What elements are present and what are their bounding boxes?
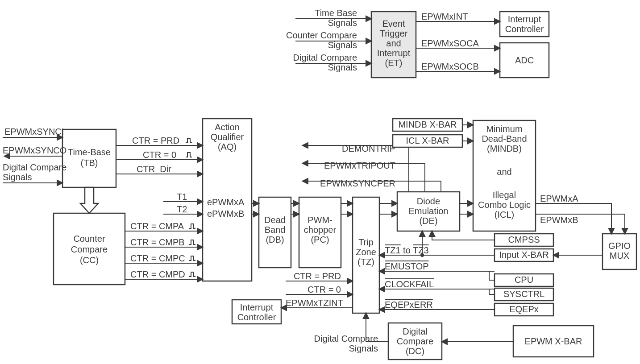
pulse-icon xyxy=(189,256,195,261)
aq-port-a: ePWMxA xyxy=(207,197,245,207)
lbl-epwmxbar: EPWM X-BAR xyxy=(525,336,582,346)
dc-1: Digital xyxy=(403,327,428,336)
mi-3: (MINDB) xyxy=(487,144,522,153)
mi-8: Combo Logic xyxy=(478,200,531,210)
lbl-emustop: EMUSTOP xyxy=(385,261,429,271)
tz-1: Trip xyxy=(358,237,374,247)
lbl-t2: T2 xyxy=(177,204,187,214)
et-line5: (ET) xyxy=(385,58,403,68)
lbl-ctrdir: CTR_Dir xyxy=(137,164,171,174)
aq-port-b: ePWMxB xyxy=(207,209,244,219)
lbl-epwmxsoca: EPWMxSOCA xyxy=(421,38,479,48)
top-in-1a: Time Base xyxy=(315,8,357,18)
pulse-icon xyxy=(189,224,195,228)
lbl-cmpa: CTR = CMPA xyxy=(130,221,184,231)
lbl-cmpss: CMPSS xyxy=(508,235,540,244)
adc-label: ADC xyxy=(515,55,534,65)
lbl-cmpd: CTR = CMPD xyxy=(130,269,185,279)
lbl-syncper: EPWMxSYNCPER xyxy=(320,178,395,188)
intctrl-top-2: Controller xyxy=(505,24,544,34)
mi-1: Minimum xyxy=(486,124,522,134)
pulse-icon xyxy=(189,272,195,277)
lbl-cpu: CPU xyxy=(515,275,533,285)
lbl-cmpc: CTR = CMPC xyxy=(130,253,185,263)
tb-1: Time-Base xyxy=(68,147,111,157)
pulse-icon xyxy=(189,240,195,244)
pc-2: chopper xyxy=(304,225,337,235)
lbl-tzint: EPWMxTZINT xyxy=(286,298,343,308)
intctrl-b-2: Controller xyxy=(237,312,276,322)
aq-3: (AQ) xyxy=(218,142,237,152)
intctrl-top-1: Interrupt xyxy=(508,14,541,24)
lbl-sysctrl: SYSCTRL xyxy=(503,289,544,299)
tz-3: (TZ) xyxy=(357,257,374,267)
db-1: Dead xyxy=(264,215,286,225)
lbl-tz-ctr0: CTR = 0 xyxy=(308,285,341,294)
gpio-1: GPIO xyxy=(608,241,631,251)
cc-1: Counter xyxy=(73,234,105,244)
lbl-dcsig-1: Digital Compare xyxy=(314,334,378,343)
lbl-tz1tz3: TZ1 to TZ3 xyxy=(385,245,429,255)
mi-9: (ICL) xyxy=(495,210,514,219)
db-2: Band xyxy=(265,225,286,235)
et-line4: Interrupt xyxy=(377,48,411,58)
top-in-1b: Signals xyxy=(328,18,357,28)
et-line3: and xyxy=(386,38,401,48)
pulse-icon xyxy=(186,153,192,157)
pc-3: (PC) xyxy=(311,235,329,244)
lbl-epwmxb: EPWMxB xyxy=(540,215,578,225)
de-1: Diode xyxy=(417,196,440,206)
pc-1: PWM- xyxy=(308,215,332,225)
lbl-clockfail: CLOCKFAIL xyxy=(385,279,434,289)
lbl-synco: EPWMxSYNCO xyxy=(3,145,66,155)
cc-2: Compare xyxy=(71,244,108,254)
gpio-2: MUX xyxy=(610,251,629,261)
mi-5: and xyxy=(497,167,511,177)
lbl-cmpb: CTR = CMPB xyxy=(130,237,185,247)
lbl-ctrprd: CTR = PRD xyxy=(132,136,179,145)
lbl-epwmxsocb: EPWMxSOCB xyxy=(421,62,479,71)
lbl-eqepx: EQEPx xyxy=(509,304,539,314)
cc-3: (CC) xyxy=(80,255,99,265)
lbl-digcmp-1: Digital Compare xyxy=(3,162,66,172)
aq-2: Qualifier xyxy=(211,132,244,142)
tz-2: Zone xyxy=(356,247,376,257)
et-line1: Event xyxy=(382,19,405,29)
tb-to-cc-arrow xyxy=(80,187,98,213)
lbl-epwmxint: EPWMxINT xyxy=(421,12,468,21)
db-3: (DB) xyxy=(266,235,284,244)
wire-cmpss-de xyxy=(432,231,495,240)
aq-1: Action xyxy=(215,122,240,132)
lbl-synci: EPWMxSYNCI xyxy=(4,127,64,136)
de-2: Emulation xyxy=(409,206,449,216)
mi-7: Illegal xyxy=(493,190,516,200)
pulse-icon xyxy=(186,138,192,143)
lbl-t1: T1 xyxy=(177,192,187,202)
lbl-inputxbar: Input X-BAR xyxy=(499,250,549,260)
dc-2: Compare xyxy=(397,336,433,346)
lbl-icl-xbar: ICL X-BAR xyxy=(406,136,449,145)
lbl-mindb-xbar: MINDB X-BAR xyxy=(398,120,457,129)
top-in-3b: Signals xyxy=(328,62,357,72)
intctrl-b-1: Interrupt xyxy=(240,302,274,312)
lbl-demontrip: DEMONTRIP xyxy=(342,144,395,153)
lbl-eqeperr: EQEPxERR xyxy=(385,300,433,310)
top-in-3a: Digital Compare xyxy=(293,53,357,62)
lbl-dcsig-2: Signals xyxy=(349,343,378,353)
top-in-2b: Signals xyxy=(328,40,357,50)
lbl-ctr0: CTR = 0 xyxy=(143,150,176,160)
lbl-tz-ctrprd: CTR = PRD xyxy=(294,271,341,281)
lbl-tripout: EPWMxTRIPOUT xyxy=(324,161,395,170)
lbl-digcmp-2: Signals xyxy=(3,172,32,182)
lbl-epwmxa: EPWMxA xyxy=(540,194,578,203)
de-3: (DE) xyxy=(419,216,437,226)
mi-2: Dead-Band xyxy=(482,134,527,144)
top-in-2a: Counter Compare xyxy=(286,30,357,40)
et-line2: Trigger xyxy=(380,29,408,38)
tb-2: (TB) xyxy=(81,158,98,168)
dc-3: (DC) xyxy=(406,346,424,356)
